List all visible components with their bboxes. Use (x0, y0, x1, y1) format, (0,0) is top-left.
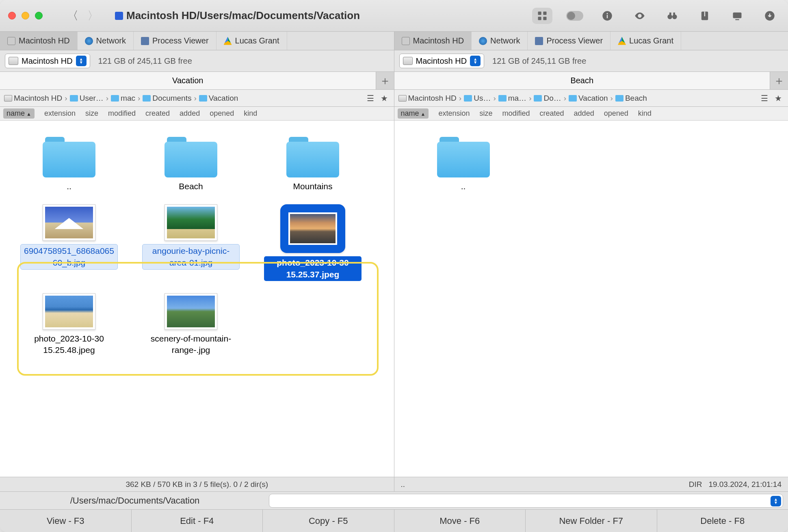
fn-button-edit[interactable]: Edit - F4 (132, 510, 263, 532)
tab-left[interactable]: Vacation (0, 72, 376, 89)
breadcrumb-segment[interactable]: Us… (464, 94, 491, 103)
command-input[interactable]: ▲▼ (269, 494, 783, 508)
column-header-kind[interactable]: kind (638, 109, 652, 118)
file-item[interactable]: scenery-of-mountain-range-.jpg (130, 289, 252, 360)
bookmark-network[interactable]: Network (472, 32, 528, 50)
column-header-created[interactable]: created (540, 109, 564, 118)
command-dropdown-icon[interactable]: ▲▼ (771, 496, 781, 506)
breadcrumb-segment[interactable]: Documents (143, 94, 191, 103)
status-meta: DIR 19.03.2024, 21:01:14 (689, 480, 782, 489)
file-item[interactable]: photo_2023-10-30 15.25.48.jpeg (8, 289, 130, 360)
breadcrumb-segment[interactable]: ma… (498, 94, 526, 103)
download-button[interactable] (760, 8, 780, 24)
breadcrumb-segment[interactable]: Do… (534, 94, 561, 103)
bookmark-lucas-grant[interactable]: Lucas Grant (216, 32, 287, 50)
bookmark-network[interactable]: Network (78, 32, 134, 50)
svg-rect-3 (543, 17, 546, 20)
svg-rect-12 (704, 11, 705, 16)
column-header-modified[interactable]: modified (108, 109, 136, 118)
bookmark-process-viewer[interactable]: Process Viewer (134, 32, 216, 50)
bookmark-label: Lucas Grant (235, 36, 279, 45)
bookmark-macintosh-hd[interactable]: Macintosh HD (394, 32, 472, 50)
path-row: /Users/mac/Documents/Vacation ▲▼ (0, 491, 788, 509)
pane-left[interactable]: ..BeachMountains6904758951_6868a06560_b.… (0, 121, 394, 477)
column-header-modified[interactable]: modified (502, 109, 530, 118)
forward-button[interactable]: 〉 (84, 7, 102, 25)
toggle-button[interactable] (565, 8, 585, 24)
svg-point-8 (672, 14, 677, 19)
minimize-window-button[interactable] (22, 12, 29, 19)
preview-button[interactable] (630, 8, 650, 24)
breadcrumb-label: Us… (474, 94, 491, 103)
breadcrumb-separator: › (610, 94, 613, 103)
fn-button-delete[interactable]: Delete - F8 (657, 510, 788, 532)
breadcrumb-segment[interactable]: User… (70, 94, 104, 103)
breadcrumb-actions: ☰★ (759, 93, 784, 104)
fn-button-new[interactable]: New Folder - F7 (526, 510, 657, 532)
sync-button[interactable] (727, 8, 747, 24)
column-header-size[interactable]: size (479, 109, 492, 118)
list-mode-button[interactable]: ☰ (759, 93, 770, 104)
column-header-kind[interactable]: kind (244, 109, 257, 118)
maximize-window-button[interactable] (35, 12, 43, 19)
grid-view-button[interactable] (532, 8, 552, 24)
folder-item[interactable]: .. (403, 133, 524, 196)
drive-icon (402, 37, 410, 45)
column-header-name[interactable]: name▲ (398, 108, 429, 119)
status-right: .. DIR 19.03.2024, 21:01:14 (394, 477, 788, 491)
eye-icon (634, 10, 645, 22)
pane-right[interactable]: .. (394, 121, 788, 477)
column-header-opened[interactable]: opened (210, 109, 234, 118)
bookmarks-left: Macintosh HDNetworkProcess ViewerLucas G… (0, 32, 394, 50)
list-mode-button[interactable]: ☰ (365, 93, 376, 104)
favorite-button[interactable]: ★ (379, 93, 390, 104)
fn-button-view[interactable]: View - F3 (0, 510, 132, 532)
new-tab-button-right[interactable]: ＋ (770, 72, 788, 89)
column-headers-row: name▲extensionsizemodifiedcreatedaddedop… (0, 107, 788, 121)
column-header-size[interactable]: size (85, 109, 98, 118)
breadcrumb-segment[interactable]: Vacation (569, 94, 608, 103)
column-header-name[interactable]: name▲ (3, 108, 35, 119)
column-header-extension[interactable]: extension (44, 109, 76, 118)
drive-select-right[interactable]: Macintosh HD ▲▼ (399, 54, 485, 68)
column-header-opened[interactable]: opened (604, 109, 628, 118)
compress-button[interactable] (695, 8, 715, 24)
status-left: 362 KB / 570 KB in 3 / 5 file(s). 0 / 2 … (0, 477, 394, 491)
bookmark-process-viewer[interactable]: Process Viewer (528, 32, 610, 50)
folder-item[interactable]: .. (8, 133, 130, 196)
fn-button-copy[interactable]: Copy - F5 (263, 510, 394, 532)
folder-icon (437, 137, 490, 177)
breadcrumb-segment[interactable]: Macintosh HD (4, 94, 62, 103)
fn-button-move[interactable]: Move - F6 (394, 510, 526, 532)
info-button[interactable] (597, 8, 617, 24)
column-header-extension[interactable]: extension (438, 109, 470, 118)
icon-grid-right: .. (394, 121, 788, 208)
favorite-button[interactable]: ★ (773, 93, 784, 104)
file-item[interactable]: photo_2023-10-30 15.25.37.jpeg (252, 200, 374, 285)
drive-select-left[interactable]: Macintosh HD ▲▼ (5, 54, 90, 68)
column-header-added[interactable]: added (180, 109, 200, 118)
bookmark-macintosh-hd[interactable]: Macintosh HD (0, 32, 78, 50)
new-tab-button-left[interactable]: ＋ (376, 72, 394, 89)
file-item[interactable]: 6904758951_6868a06560_b.jpg (8, 200, 130, 285)
breadcrumb-segment[interactable]: mac (111, 94, 135, 103)
breadcrumb-separator: › (529, 94, 531, 103)
folder-item[interactable]: Beach (130, 133, 252, 196)
folder-item[interactable]: Mountains (252, 133, 374, 196)
bookmark-lucas-grant[interactable]: Lucas Grant (610, 32, 681, 50)
search-button[interactable] (662, 8, 682, 24)
item-label: 6904758951_6868a06560_b.jpg (20, 244, 118, 270)
thumbnail-image (45, 207, 93, 238)
breadcrumb-segment[interactable]: Beach (615, 94, 647, 103)
breadcrumb-actions: ☰★ (365, 93, 390, 104)
back-button[interactable]: 〈 (64, 7, 82, 25)
column-header-added[interactable]: added (574, 109, 594, 118)
tab-right[interactable]: Beach (394, 72, 771, 89)
column-header-created[interactable]: created (145, 109, 170, 118)
breadcrumb-segment[interactable]: Macintosh HD (398, 94, 457, 103)
file-item[interactable]: angourie-bay-picnic-area-01.jpg (130, 200, 252, 285)
breadcrumb-label: Documents (152, 94, 191, 103)
breadcrumb-segment[interactable]: Vacation (199, 94, 238, 103)
close-window-button[interactable] (8, 12, 16, 19)
column-headers-left: name▲extensionsizemodifiedcreatedaddedop… (0, 107, 394, 121)
